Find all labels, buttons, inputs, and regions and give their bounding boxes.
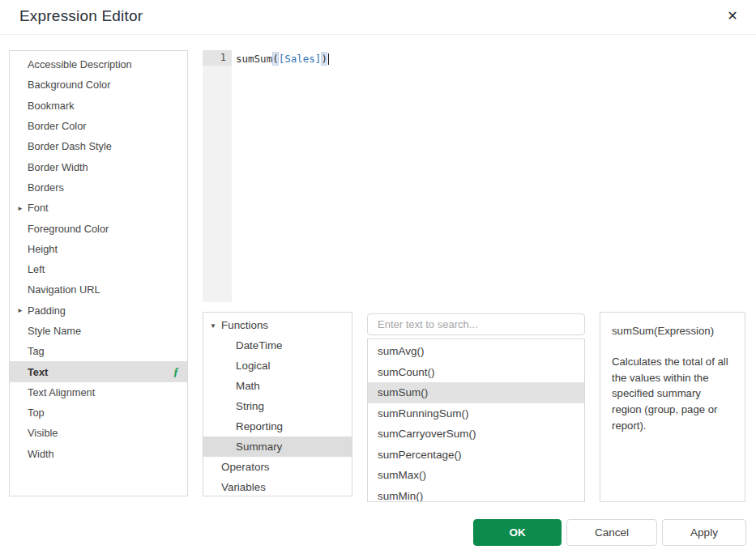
property-item-text[interactable]: Textƒ	[10, 361, 187, 381]
dialog-title: Expression Editor	[19, 7, 143, 25]
property-label: Border Color	[28, 120, 87, 132]
tree-node-operators[interactable]: Operators	[203, 457, 352, 477]
property-item-tag[interactable]: Tag	[10, 341, 187, 361]
tree-node-datetime[interactable]: DateTime	[203, 335, 352, 356]
property-item-background-color[interactable]: Background Color	[10, 75, 187, 95]
tree-node-variables[interactable]: Variables	[203, 477, 352, 496]
property-label: Visible	[28, 427, 58, 439]
function-name: sumMin()	[378, 490, 423, 502]
property-label: Top	[28, 407, 45, 419]
expand-arrow-icon[interactable]: ►	[17, 204, 23, 211]
expression-editor-dialog: Expression Editor ✕ Accessible Descripti…	[0, 0, 756, 558]
property-item-bookmark[interactable]: Bookmark	[10, 96, 187, 116]
property-item-visible[interactable]: Visible	[10, 423, 187, 443]
property-label: Padding	[28, 305, 66, 317]
tree-node-label: Variables	[221, 481, 266, 493]
properties-panel: Accessible Description Background Color …	[9, 50, 188, 496]
cancel-button[interactable]: Cancel	[566, 519, 657, 546]
line-number: 1	[203, 50, 232, 66]
function-name: sumCount()	[378, 366, 435, 378]
category-tree-panel: ▼Functions DateTime Logical Math String …	[203, 312, 352, 496]
function-list-item[interactable]: sumMin()	[368, 486, 584, 503]
function-assigned-icon: ƒ	[173, 365, 180, 379]
property-label: Width	[28, 448, 54, 460]
tree-node-label: Functions	[221, 319, 268, 331]
function-list: sumAvg() sumCount() sumSum() sumRunningS…	[367, 339, 585, 502]
tree-node-label: Logical	[236, 360, 270, 372]
function-list-item[interactable]: sumCarryoverSum()	[368, 424, 584, 445]
tree-node-label: Math	[236, 380, 260, 392]
property-label: Border Width	[28, 161, 88, 173]
property-label: Style Name	[28, 325, 81, 337]
property-label: Tag	[28, 345, 45, 357]
close-paren-token: )	[321, 52, 327, 66]
property-label: Foreground Color	[28, 223, 109, 235]
code-area[interactable]: sumSum([Sales])	[232, 50, 746, 302]
line-number-gutter: 1	[203, 50, 232, 302]
property-label: Left	[28, 263, 45, 275]
property-label: Bookmark	[28, 100, 75, 112]
function-list-item[interactable]: sumCount()	[368, 362, 584, 383]
property-item-accessible-description[interactable]: Accessible Description	[10, 54, 187, 75]
property-item-border-color[interactable]: Border Color	[10, 116, 187, 136]
function-name: sumAvg()	[378, 345, 425, 357]
property-label: Height	[28, 243, 58, 255]
dialog-header: Expression Editor ✕	[0, 0, 756, 35]
dialog-footer: OK Cancel Apply	[473, 519, 746, 546]
property-label: Borders	[28, 181, 64, 194]
function-name: sumPercentage()	[378, 449, 462, 461]
property-item-width[interactable]: Width	[10, 444, 187, 464]
property-label: Accessible Description	[28, 58, 132, 70]
function-list-item[interactable]: sumMax()	[368, 465, 584, 486]
property-item-border-width[interactable]: Border Width	[10, 156, 187, 177]
tree-node-label: DateTime	[236, 339, 283, 351]
code-line: sumSum([Sales])	[236, 52, 746, 66]
property-label: Navigation URL	[28, 283, 100, 296]
function-name: sumCarryoverSum()	[378, 428, 476, 440]
ok-button[interactable]: OK	[473, 519, 562, 546]
expression-code-editor[interactable]: 1 sumSum([Sales])	[203, 50, 746, 302]
property-item-borders[interactable]: Borders	[10, 177, 187, 198]
open-paren-token: (	[272, 52, 279, 66]
text-cursor	[328, 53, 329, 65]
tree-node-label: Reporting	[236, 420, 283, 432]
property-item-font[interactable]: ►Font	[10, 198, 187, 218]
function-description-panel: sumSum(Expression) Calculates the total …	[600, 312, 745, 502]
collapse-arrow-icon[interactable]: ▼	[210, 315, 216, 335]
function-list-item[interactable]: sumRunningSum()	[368, 403, 584, 424]
property-item-foreground-color[interactable]: Foreground Color	[10, 218, 187, 238]
search-input[interactable]	[367, 313, 585, 335]
apply-button[interactable]: Apply	[662, 519, 746, 546]
function-list-item-selected[interactable]: sumSum()	[368, 382, 584, 403]
field-token: [Sales]	[279, 52, 322, 66]
function-list-item[interactable]: sumPercentage()	[368, 445, 584, 466]
function-name: sumMax()	[378, 469, 426, 481]
function-signature: sumSum(Expression)	[612, 323, 733, 339]
property-item-text-alignment[interactable]: Text Alignment	[10, 382, 187, 403]
property-label: Background Color	[28, 79, 110, 91]
function-name: sumRunningSum()	[378, 407, 469, 420]
tree-node-reporting[interactable]: Reporting	[203, 416, 352, 437]
property-item-height[interactable]: Height	[10, 239, 187, 259]
property-label: Font	[28, 202, 49, 214]
tree-node-logical[interactable]: Logical	[203, 356, 352, 376]
property-item-left[interactable]: Left	[10, 259, 187, 279]
property-item-style-name[interactable]: Style Name	[10, 321, 187, 341]
function-description-text: Calculates the total of all the values w…	[612, 354, 733, 434]
tree-node-label: Summary	[236, 441, 282, 453]
property-item-navigation-url[interactable]: Navigation URL	[10, 279, 187, 300]
expand-arrow-icon[interactable]: ►	[17, 307, 23, 314]
tree-node-functions[interactable]: ▼Functions	[203, 315, 352, 335]
tree-node-summary[interactable]: Summary	[203, 437, 352, 457]
function-name: sumSum()	[378, 386, 428, 398]
close-icon[interactable]: ✕	[722, 6, 743, 27]
property-item-border-dash-style[interactable]: Border Dash Style	[10, 136, 187, 156]
tree-node-math[interactable]: Math	[203, 376, 352, 396]
tree-node-string[interactable]: String	[203, 396, 352, 416]
code-function-token: sumSum	[236, 52, 272, 66]
property-item-padding[interactable]: ►Padding	[10, 300, 187, 321]
function-list-item[interactable]: sumAvg()	[368, 341, 584, 362]
property-label: Text Alignment	[28, 386, 95, 398]
tree-node-label: Operators	[221, 461, 270, 473]
property-item-top[interactable]: Top	[10, 403, 187, 423]
